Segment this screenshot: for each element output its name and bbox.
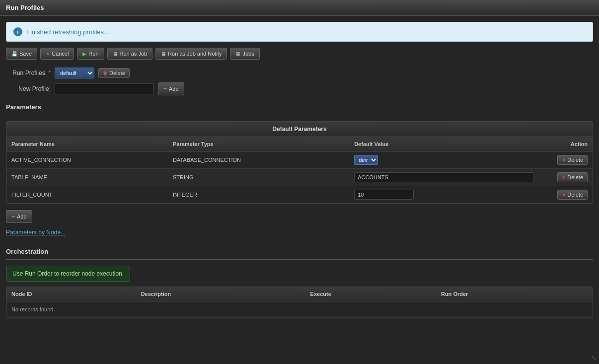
save-button[interactable]: 💾 Save [6,48,37,60]
orch-table-container: Node ID Description Execute Run Order No… [6,287,593,318]
add-param-button[interactable]: + Add [6,210,32,223]
param-name-cell: FILTER_COUNT [6,186,168,204]
params-table: Parameter Name Parameter Type Default Va… [6,137,593,204]
run-as-job-icon: 🖥 [113,51,118,57]
add-profile-button[interactable]: + Add [158,82,184,95]
param-delete-button[interactable]: ✕ Delete [557,190,588,200]
no-records-row: No records found. [6,301,593,318]
orch-table-header-row: Node ID Description Execute Run Order [6,287,593,301]
orch-table: Node ID Description Execute Run Order No… [6,287,593,318]
parameters-section-header: Parameters [6,103,593,111]
cancel-button[interactable]: ✕ Cancel [40,48,74,60]
required-marker: * [48,70,51,76]
add-param-label: Add [17,214,27,219]
col-param-name: Parameter Name [6,137,168,151]
info-icon: i [13,27,22,36]
add-param-icon: + [11,213,15,220]
col-default-value: Default Value [349,137,548,151]
run-profiles-select-wrapper: default [55,68,94,78]
param-value-cell [349,169,548,186]
params-table-container: Default Parameters Parameter Name Parame… [6,121,593,204]
param-type-cell: DATABASE_CONNECTION [168,151,349,169]
col-param-type: Parameter Type [168,137,349,151]
run-profiles-row: Run Profiles: * default 🗑 Delete [6,68,593,78]
col-description: Description [136,287,305,301]
orchestration-section-header: Orchestration [6,248,593,255]
delete-x-icon: ✕ [562,192,566,198]
new-profile-label: New Profile: [6,85,51,92]
no-records-message: No records found. [6,301,593,318]
orchestration-divider [6,259,593,260]
param-action-cell: ✕ Delete [548,169,593,186]
param-type-cell: INTEGER [168,186,349,204]
new-profile-input[interactable] [55,83,154,94]
info-message: Finished refreshing profiles... [26,28,109,36]
run-profile-form: Run Profiles: * default 🗑 Delete New Pro… [6,68,593,95]
info-banner: i Finished refreshing profiles... [6,22,593,42]
parameters-divider [6,115,593,115]
run-as-job-button[interactable]: 🖥 Run as Job [107,48,153,60]
col-execute: Execute [305,287,436,301]
run-profiles-select[interactable]: default [55,68,94,78]
new-profile-row: New Profile: + Add [6,82,593,95]
param-type-cell: STRING [168,169,349,186]
title-bar: Run Profiles [0,0,599,16]
delete-x-icon: ✕ [562,175,566,180]
param-row: FILTER_COUNTINTEGER✕ Delete [6,186,593,204]
param-action-cell: ✕ Delete [548,186,593,204]
param-value-cell: dev [349,151,548,169]
run-profiles-label: Run Profiles: * [6,70,51,76]
add-profile-icon: + [163,85,167,92]
profile-delete-button[interactable]: 🗑 Delete [98,68,130,78]
cancel-icon: ✕ [46,51,50,57]
run-play-icon: ▶ [82,51,86,57]
params-by-node-link[interactable]: Parameters by Node... [6,229,66,236]
param-value-select[interactable]: dev [354,155,378,165]
toolbar: 💾 Save ✕ Cancel ▶ Run 🖥 Run as Job 🖥 Run… [6,48,593,60]
param-name-cell: TABLE_NAME [6,169,168,186]
run-order-info: Use Run Order to reorder node execution. [6,266,130,282]
resize-handle: ⤡ [591,354,597,362]
params-table-header-row: Parameter Name Parameter Type Default Va… [6,137,593,151]
run-as-job-notify-icon: 🖥 [161,51,166,57]
save-icon: 💾 [11,51,17,57]
param-value-input[interactable] [354,172,533,182]
jobs-icon: 🖥 [235,51,240,57]
params-table-title: Default Parameters [6,122,593,137]
col-node-id: Node ID [6,287,136,301]
param-delete-button[interactable]: ✕ Delete [557,172,588,182]
param-delete-button[interactable]: ✕ Delete [557,155,588,165]
app-title: Run Profiles [6,4,44,11]
jobs-button[interactable]: 🖥 Jobs [230,48,259,60]
main-content: i Finished refreshing profiles... 💾 Save… [0,16,599,364]
param-value-input[interactable] [354,190,414,200]
param-name-cell: ACTIVE_CONNECTION [6,151,168,169]
param-value-cell [349,186,548,204]
param-row: ACTIVE_CONNECTIONDATABASE_CONNECTIONdev✕… [6,151,593,169]
col-run-order: Run Order [436,287,593,301]
delete-x-icon: ✕ [562,157,566,163]
delete-icon: 🗑 [103,71,108,76]
run-as-job-notify-button[interactable]: 🖥 Run as Job and Notify [155,48,227,60]
param-row: TABLE_NAMESTRING✕ Delete [6,169,593,186]
param-action-cell: ✕ Delete [548,151,593,169]
run-button[interactable]: ▶ Run [77,48,104,60]
col-action: Action [548,137,593,151]
